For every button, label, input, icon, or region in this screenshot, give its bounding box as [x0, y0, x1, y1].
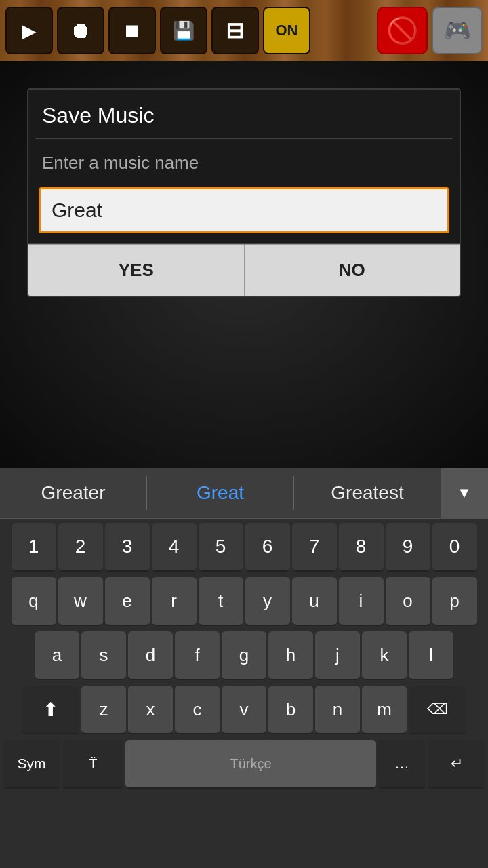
- keyboard-rows: 1 2 3 4 5 6 7 8 9 0 q w e r t y u i o p …: [0, 519, 488, 793]
- key-f[interactable]: f: [175, 631, 220, 680]
- zxcv-row: ⬆ z x c v b n m ⌫: [1, 683, 487, 737]
- key-t[interactable]: t: [199, 577, 243, 626]
- dialog-buttons: YES NO: [28, 243, 460, 296]
- key-z[interactable]: z: [81, 686, 126, 734]
- shift-key[interactable]: ⬆: [22, 686, 79, 734]
- list-button[interactable]: ⊟: [211, 7, 259, 54]
- number-row: 1 2 3 4 5 6 7 8 9 0: [1, 520, 487, 574]
- autocomplete-expand-button[interactable]: ▼: [441, 468, 488, 519]
- key-k[interactable]: k: [362, 631, 407, 680]
- autocomplete-greater[interactable]: Greater: [0, 475, 146, 511]
- key-l[interactable]: l: [409, 631, 453, 680]
- key-i[interactable]: i: [339, 577, 384, 626]
- bottom-row: Sym T̈ Türkçe … ↵: [1, 737, 487, 791]
- save-music-dialog: Save Music Enter a music name YES NO: [27, 88, 461, 297]
- key-3[interactable]: 3: [105, 523, 150, 572]
- asdf-row: a s d f g h j k l: [1, 629, 487, 683]
- key-c[interactable]: c: [175, 686, 220, 734]
- key-o[interactable]: o: [386, 577, 430, 626]
- qwerty-row: q w e r t y u i o p: [1, 574, 487, 629]
- key-5[interactable]: 5: [199, 523, 243, 572]
- backspace-key[interactable]: ⌫: [409, 686, 466, 734]
- on-button[interactable]: ON: [263, 7, 310, 54]
- toolbar: ▶ ⏺ ⏹ 💾 ⊟ ON 🚫 🎮: [0, 0, 488, 61]
- key-r[interactable]: r: [152, 577, 197, 626]
- period-key[interactable]: …: [378, 740, 426, 789]
- play-button[interactable]: ▶: [5, 7, 53, 54]
- key-7[interactable]: 7: [292, 523, 337, 572]
- key-x[interactable]: x: [128, 686, 173, 734]
- dialog-subtitle: Enter a music name: [28, 139, 460, 180]
- key-2[interactable]: 2: [58, 523, 103, 572]
- save-button[interactable]: 💾: [160, 7, 207, 54]
- key-q[interactable]: q: [12, 577, 56, 626]
- key-h[interactable]: h: [268, 631, 313, 680]
- no-button[interactable]: NO: [245, 244, 460, 296]
- key-n[interactable]: n: [315, 686, 360, 734]
- key-6[interactable]: 6: [245, 523, 290, 572]
- key-g[interactable]: g: [222, 631, 266, 680]
- key-u[interactable]: u: [292, 577, 337, 626]
- key-d[interactable]: d: [128, 631, 173, 680]
- autocomplete-bar: Greater Great Greatest ▼: [0, 468, 488, 519]
- music-name-input[interactable]: [39, 187, 449, 233]
- key-j[interactable]: j: [315, 631, 360, 680]
- remove-ads-button[interactable]: 🚫: [377, 7, 428, 54]
- sym-key[interactable]: Sym: [3, 740, 60, 789]
- key-a[interactable]: a: [35, 631, 79, 680]
- key-w[interactable]: w: [58, 577, 103, 626]
- enter-key[interactable]: ↵: [428, 740, 485, 789]
- stop-button[interactable]: ⏹: [108, 7, 156, 54]
- record-button[interactable]: ⏺: [57, 7, 104, 54]
- key-e[interactable]: e: [105, 577, 150, 626]
- dialog-title: Save Music: [28, 90, 460, 138]
- key-4[interactable]: 4: [152, 523, 197, 572]
- keyboard-area: Greater Great Greatest ▼ 1 2 3 4 5 6 7 8…: [0, 468, 488, 868]
- key-s[interactable]: s: [81, 631, 126, 680]
- more-games-button[interactable]: 🎮: [432, 7, 483, 54]
- space-key[interactable]: Türkçe: [125, 740, 376, 789]
- key-v[interactable]: v: [222, 686, 266, 734]
- key-9[interactable]: 9: [386, 523, 430, 572]
- dialog-input-wrap: [28, 180, 460, 243]
- chevron-down-icon: ▼: [457, 484, 472, 502]
- key-p[interactable]: p: [432, 577, 477, 626]
- lang-key[interactable]: T̈: [62, 740, 123, 789]
- key-0[interactable]: 0: [432, 523, 477, 572]
- key-y[interactable]: y: [245, 577, 290, 626]
- key-m[interactable]: m: [362, 686, 407, 734]
- key-1[interactable]: 1: [12, 523, 56, 572]
- autocomplete-great[interactable]: Great: [147, 475, 293, 511]
- key-b[interactable]: b: [268, 686, 313, 734]
- autocomplete-greatest[interactable]: Greatest: [294, 475, 441, 511]
- yes-button[interactable]: YES: [28, 244, 245, 296]
- key-8[interactable]: 8: [339, 523, 384, 572]
